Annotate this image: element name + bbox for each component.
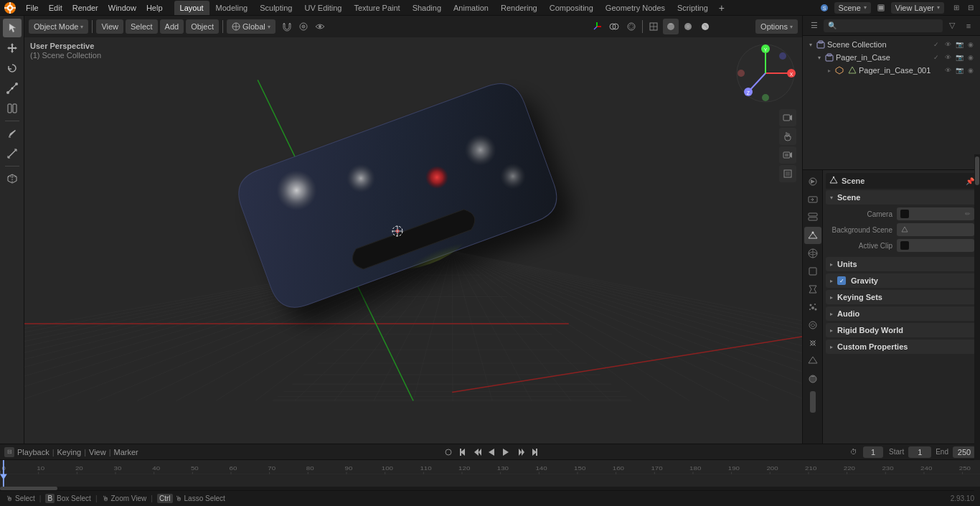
- props-custom-header[interactable]: ▸ Custom Properties: [826, 339, 977, 354]
- props-tab-world[interactable]: [804, 245, 821, 262]
- end-frame-box[interactable]: 250: [953, 446, 976, 458]
- proportional-edit-button[interactable]: [296, 19, 311, 34]
- add-cube-tool[interactable]: [3, 169, 22, 188]
- props-tab-constraints[interactable]: [804, 334, 821, 352]
- pager-case-camera[interactable]: 📷: [954, 52, 964, 62]
- props-tab-data[interactable]: [804, 352, 821, 370]
- render-preview-button[interactable]: [697, 19, 713, 34]
- jump-to-start-button[interactable]: [456, 446, 469, 459]
- select-menu-button[interactable]: Select: [126, 19, 158, 34]
- outliner-camera-button[interactable]: 📷: [954, 39, 964, 50]
- timeline-collapse-button[interactable]: ⊟: [4, 447, 14, 457]
- gizmo-button[interactable]: [589, 19, 605, 34]
- timeline-scrollbar-thumb[interactable]: [0, 487, 57, 490]
- gravity-checkbox[interactable]: ✓: [837, 276, 846, 285]
- play-reverse-button[interactable]: [485, 446, 498, 459]
- outliner-eye-button[interactable]: 👁: [943, 39, 953, 50]
- outliner-pager-case[interactable]: ▾ Pager_in_Case ✓ 👁 📷 ◉: [803, 51, 980, 64]
- outliner-exclude-button[interactable]: ✓: [931, 39, 941, 50]
- transform-tool[interactable]: [3, 99, 22, 118]
- viewport-canvas[interactable]: [24, 16, 802, 444]
- outliner-pager-001[interactable]: ▸ Pager_in_Case_001 👁 📷: [803, 64, 980, 77]
- view-menu-button[interactable]: View: [96, 19, 123, 34]
- measure-tool[interactable]: [3, 144, 22, 163]
- props-tab-output[interactable]: [804, 191, 821, 208]
- step-forward-button[interactable]: [514, 446, 527, 459]
- outliner-scene-collection[interactable]: ▾ Scene Collection ✓ 👁 📷 ◉: [803, 38, 980, 51]
- solid-mode-button[interactable]: [663, 19, 679, 34]
- move-tool[interactable]: [3, 39, 22, 57]
- camera-view-button[interactable]: [779, 109, 796, 126]
- props-tab-scene[interactable]: [804, 227, 821, 244]
- props-pin-button[interactable]: 📌: [966, 177, 974, 185]
- hand-pan-button[interactable]: [779, 128, 796, 145]
- timeline-ruler[interactable]: 0 10 20 30 40 50 60 70 80 90 1: [0, 460, 980, 490]
- jump-to-end-button[interactable]: [528, 446, 541, 459]
- options-button[interactable]: Options ▾: [755, 19, 798, 34]
- pager-case-render[interactable]: ◉: [966, 52, 976, 62]
- tab-scripting[interactable]: Scripting: [672, 1, 714, 15]
- step-back-button[interactable]: [471, 446, 484, 459]
- wireframe-mode-button[interactable]: [646, 19, 661, 34]
- camera-edit-icon[interactable]: ✏: [965, 210, 971, 217]
- marker-label[interactable]: Marker: [114, 448, 138, 456]
- props-scrollbar-track[interactable]: [974, 170, 980, 444]
- tab-animation[interactable]: Animation: [448, 1, 494, 15]
- props-keying-header[interactable]: ▸ Keying Sets: [826, 290, 977, 304]
- tab-texture-paint[interactable]: Texture Paint: [348, 1, 405, 15]
- render-engine-button[interactable]: ⊟: [964, 1, 977, 14]
- tab-rendering[interactable]: Rendering: [495, 1, 543, 15]
- copy-scene-button[interactable]: ⊞: [950, 1, 963, 14]
- keying-label[interactable]: Keying: [57, 448, 82, 456]
- pager-case-eye[interactable]: 👁: [943, 52, 953, 62]
- add-menu-button[interactable]: Add: [160, 19, 184, 34]
- record-button[interactable]: [442, 446, 455, 459]
- object-menu-button[interactable]: Object: [186, 19, 219, 34]
- start-frame-box[interactable]: 1: [908, 446, 931, 458]
- props-tab-modifiers[interactable]: [804, 281, 821, 298]
- object-mode-button[interactable]: Object Mode ▾: [29, 19, 88, 34]
- tab-compositing[interactable]: Compositing: [544, 1, 599, 15]
- menu-file[interactable]: File: [22, 2, 43, 14]
- tab-sculpting[interactable]: Sculpting: [254, 1, 298, 15]
- add-workspace-button[interactable]: +: [715, 1, 729, 15]
- props-tab-particles[interactable]: [804, 299, 821, 316]
- material-preview-button[interactable]: [680, 19, 696, 34]
- camera-lock-button[interactable]: [779, 146, 796, 164]
- pager-case-exclude[interactable]: ✓: [931, 52, 941, 62]
- props-gravity-header[interactable]: ▸ ✓ Gravity: [826, 273, 977, 288]
- menu-window[interactable]: Window: [104, 2, 141, 14]
- tab-geometry-nodes[interactable]: Geometry Nodes: [600, 1, 671, 15]
- menu-render[interactable]: Render: [68, 2, 103, 14]
- menu-help[interactable]: Help: [142, 2, 167, 14]
- fps-clock-icon[interactable]: ⏱: [847, 446, 860, 459]
- tab-shading[interactable]: Shading: [407, 1, 447, 15]
- view-layer-selector[interactable]: View Layer ▾: [891, 2, 944, 14]
- xray-button[interactable]: [623, 19, 639, 34]
- transform-space-button[interactable]: Global ▾: [227, 19, 275, 34]
- tab-layout[interactable]: Layout: [174, 1, 209, 15]
- annotate-tool[interactable]: [3, 124, 22, 143]
- rotate-tool[interactable]: [3, 59, 22, 78]
- cursor-tool[interactable]: [3, 19, 22, 37]
- props-tab-material[interactable]: [804, 370, 821, 388]
- props-tab-physics[interactable]: [804, 317, 821, 334]
- camera-value[interactable]: ✏: [897, 207, 974, 220]
- props-tab-view-layer[interactable]: [804, 209, 821, 226]
- play-forward-button[interactable]: [499, 446, 512, 459]
- bg-scene-value[interactable]: [897, 223, 974, 236]
- props-units-header[interactable]: ▸ Units: [826, 257, 977, 271]
- timeline-scrollbar-track[interactable]: [0, 487, 980, 490]
- props-audio-header[interactable]: ▸ Audio: [826, 306, 977, 321]
- current-frame-box[interactable]: 1: [863, 446, 883, 458]
- visibility-button[interactable]: [312, 19, 328, 34]
- view-label-tl[interactable]: View: [89, 448, 106, 456]
- active-clip-value[interactable]: [897, 239, 974, 252]
- props-tab-object[interactable]: [804, 263, 821, 280]
- pager-001-render[interactable]: ◉: [966, 65, 976, 75]
- menu-edit[interactable]: Edit: [44, 2, 67, 14]
- outliner-filter-button[interactable]: ▽: [945, 19, 959, 33]
- props-scene-header[interactable]: ▾ Scene: [826, 190, 977, 205]
- props-scrollbar-thumb[interactable]: [975, 170, 979, 185]
- scale-tool[interactable]: [3, 79, 22, 98]
